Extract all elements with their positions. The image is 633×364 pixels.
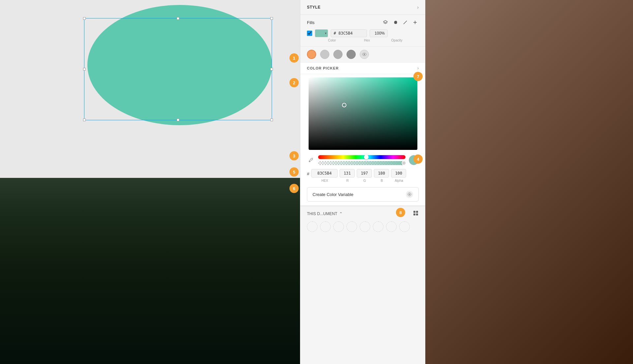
blend-mode-row bbox=[300, 46, 425, 63]
right-panel: STYLE › Fills bbox=[300, 0, 425, 364]
badge-6: 6 bbox=[289, 184, 299, 193]
hue-alpha-container bbox=[300, 153, 425, 166]
alpha-slider[interactable] bbox=[318, 161, 406, 165]
swatch-empty-4[interactable] bbox=[347, 221, 357, 232]
color-values-row: # bbox=[307, 169, 419, 178]
label-hex: HEX bbox=[312, 179, 338, 182]
blend-mode-2[interactable] bbox=[333, 50, 343, 59]
create-var-label: Create Color Variable bbox=[313, 192, 353, 197]
b-value-input[interactable] bbox=[374, 169, 389, 178]
svg-rect-10 bbox=[413, 213, 415, 215]
blend-mode-3[interactable] bbox=[347, 50, 356, 59]
badge-5: 5 bbox=[289, 167, 299, 177]
swatch-empty-8[interactable] bbox=[399, 221, 410, 232]
label-alpha: Alpha bbox=[391, 179, 407, 182]
opacity-label: Opacity bbox=[388, 39, 406, 42]
style-title: STYLE bbox=[307, 5, 320, 10]
alpha-value-input[interactable] bbox=[391, 169, 406, 178]
swatch-dropdown-arrow: ▼ bbox=[324, 32, 327, 35]
color-picker-section: COLOR PICKER › bbox=[300, 63, 425, 206]
fills-remove-icon[interactable] bbox=[402, 19, 409, 26]
swatch-empty-5[interactable] bbox=[360, 221, 370, 232]
badge-8: 8 bbox=[396, 208, 405, 217]
photo-background bbox=[425, 0, 633, 364]
r-value-input[interactable] bbox=[340, 169, 355, 178]
color-label: Color bbox=[328, 39, 346, 42]
this-doc-expand[interactable]: ⌃ bbox=[339, 211, 343, 216]
fill-checkbox[interactable] bbox=[307, 31, 312, 36]
g-value-input[interactable] bbox=[357, 169, 372, 178]
teal-circle[interactable] bbox=[87, 5, 272, 125]
fills-settings-icon[interactable] bbox=[392, 19, 399, 26]
swatch-empty-1[interactable] bbox=[307, 221, 317, 232]
gradient-canvas[interactable] bbox=[309, 77, 417, 150]
this-doc-label: THIS D...UMENT ⌃ bbox=[307, 211, 343, 216]
layer-style-icon[interactable] bbox=[382, 19, 389, 26]
style-collapse-icon[interactable]: › bbox=[417, 5, 419, 10]
color-swatch[interactable]: ▼ bbox=[315, 29, 328, 37]
badge-1: 1 bbox=[289, 53, 299, 63]
this-doc-text: THIS D...UMENT bbox=[307, 211, 337, 216]
hue-slider[interactable] bbox=[318, 155, 406, 159]
badge-2: 2 bbox=[289, 78, 299, 87]
swatch-empty-2[interactable] bbox=[320, 221, 331, 232]
hue-thumb[interactable] bbox=[364, 155, 369, 159]
color-picker-collapse[interactable]: › bbox=[417, 66, 419, 70]
opacity-input[interactable] bbox=[370, 29, 388, 37]
label-g: G bbox=[357, 179, 372, 182]
slider-wrapper bbox=[318, 155, 406, 165]
hex-label: Hex bbox=[349, 39, 385, 42]
fill-labels: Color Hex Opacity bbox=[307, 39, 419, 42]
hex-input[interactable] bbox=[331, 29, 367, 37]
this-doc-grid-icon[interactable] bbox=[413, 210, 419, 217]
label-r: R bbox=[340, 179, 355, 182]
svg-rect-11 bbox=[416, 213, 418, 215]
color-picker-header: COLOR PICKER › bbox=[300, 63, 425, 74]
gradient-dark bbox=[309, 77, 417, 150]
color-swatches-grid bbox=[307, 221, 419, 232]
create-color-variable-button[interactable]: Create Color Variable bbox=[307, 187, 419, 202]
ocean-background bbox=[0, 178, 300, 364]
color-values-section: # HEX R G B Alpha bbox=[300, 166, 425, 186]
fills-section: Fills bbox=[300, 15, 425, 46]
style-header: STYLE › bbox=[300, 0, 425, 15]
hash-symbol: # bbox=[307, 171, 309, 176]
svg-point-4 bbox=[364, 54, 365, 55]
swatch-empty-6[interactable] bbox=[373, 221, 383, 232]
hex-value-input[interactable] bbox=[311, 169, 338, 178]
fill-row: ▼ bbox=[307, 29, 419, 37]
value-labels-row: HEX R G B Alpha bbox=[307, 179, 419, 182]
blend-mode-1[interactable] bbox=[320, 50, 329, 59]
swatch-empty-3[interactable] bbox=[333, 221, 344, 232]
fills-icons bbox=[382, 19, 419, 26]
svg-rect-8 bbox=[413, 211, 415, 213]
svg-line-0 bbox=[404, 21, 407, 24]
color-picker-title: COLOR PICKER bbox=[307, 66, 339, 70]
swatch-empty-7[interactable] bbox=[386, 221, 397, 232]
fills-label: Fills bbox=[307, 20, 315, 25]
eyedropper-button[interactable] bbox=[307, 156, 315, 164]
alpha-thumb[interactable] bbox=[402, 161, 406, 165]
this-document-section: THIS D...UMENT ⌃ bbox=[300, 206, 425, 236]
fills-header: Fills bbox=[307, 19, 419, 26]
label-b: B bbox=[374, 179, 389, 182]
fills-add-icon[interactable] bbox=[411, 19, 419, 26]
blend-mode-eye[interactable] bbox=[360, 50, 369, 59]
svg-rect-9 bbox=[416, 211, 418, 213]
alpha-gradient bbox=[318, 161, 406, 165]
badge-3: 3 bbox=[289, 151, 299, 160]
blend-mode-solid[interactable] bbox=[307, 50, 316, 59]
create-var-icon bbox=[406, 191, 413, 198]
badge-4: 4 bbox=[413, 154, 423, 164]
badge-7: 7 bbox=[413, 72, 423, 81]
